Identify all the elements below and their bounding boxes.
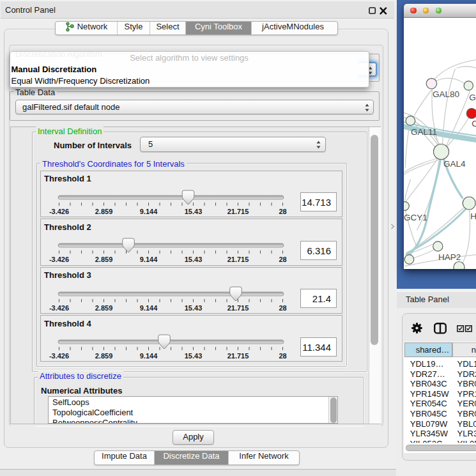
svg-text:2.859: 2.859 [95,207,112,215]
svg-text:HI: HI [470,211,476,220]
svg-text:GCY1: GCY1 [404,213,427,222]
svg-text:21.715: 21.715 [227,303,249,311]
svg-text:15.43: 15.43 [184,256,202,263]
svg-text:9.144: 9.144 [139,352,157,360]
svg-text:GAL80: GAL80 [433,89,459,99]
svg-text:28: 28 [279,303,286,311]
svg-text:HAP2: HAP2 [438,252,460,261]
svg-text:GAL11: GAL11 [410,127,436,137]
svg-text:CD: CD [472,118,476,128]
svg-text:-3.426: -3.426 [49,303,68,311]
svg-text:-3.426: -3.426 [49,352,68,360]
svg-text:-3.426: -3.426 [49,256,68,263]
svg-text:28: 28 [279,207,286,215]
svg-text:15.43: 15.43 [184,303,202,311]
svg-text:28: 28 [279,256,286,263]
svg-text:2.859: 2.859 [95,256,112,263]
svg-text:9.144: 9.144 [139,256,157,263]
svg-text:21.715: 21.715 [227,207,249,215]
svg-text:GAL4: GAL4 [443,159,465,169]
svg-text:2.859: 2.859 [95,352,112,360]
svg-text:GAL1: GAL1 [469,92,476,102]
svg-text:-3.426: -3.426 [49,207,68,215]
svg-text:21.715: 21.715 [227,256,249,263]
svg-text:21.715: 21.715 [227,352,249,360]
svg-text:28: 28 [279,352,286,360]
svg-text:15.43: 15.43 [184,352,202,360]
svg-text:9.144: 9.144 [139,207,157,215]
svg-text:2.859: 2.859 [95,303,112,311]
svg-text:9.144: 9.144 [139,303,157,311]
svg-text:15.43: 15.43 [184,207,202,215]
